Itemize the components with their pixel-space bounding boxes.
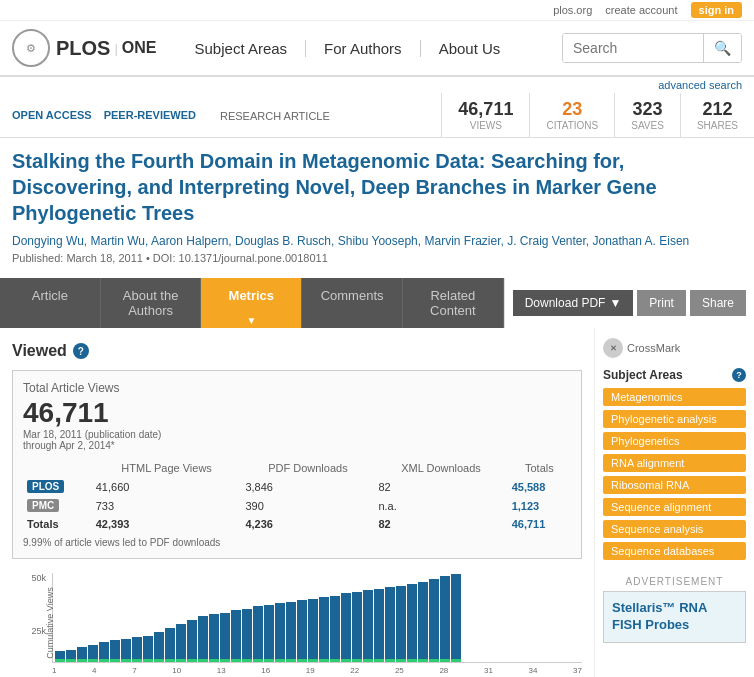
download-pdf-label: Download PDF: [525, 296, 606, 310]
logo-divider: |: [114, 41, 117, 56]
chart-container: 50k 25k 0k Cumulative Views: [12, 573, 582, 677]
chart-bar-group: [451, 574, 461, 662]
bar-main: [209, 614, 219, 659]
bar-main: [143, 636, 153, 659]
logo-circle: ⚙: [12, 29, 50, 67]
stats-table-box: Total Article Views 46,711 Mar 18, 2011 …: [12, 370, 582, 559]
bar-main: [330, 596, 340, 659]
tab-related-content[interactable]: Related Content: [403, 278, 504, 328]
y-label-50k: 50k: [31, 573, 46, 583]
table-footer-note: 9.99% of article views led to PDF downlo…: [23, 537, 571, 548]
nav-for-authors[interactable]: For Authors: [306, 40, 421, 57]
bar-main: [77, 647, 87, 659]
tab-metrics[interactable]: Metrics: [201, 278, 302, 328]
nav-about-us[interactable]: About Us: [421, 40, 519, 57]
subject-tag[interactable]: Ribosomal RNA: [603, 476, 746, 494]
subject-tag[interactable]: Phylogenetics: [603, 432, 746, 450]
y-axis-title: Cumulative Views: [45, 587, 55, 658]
subject-tag[interactable]: Sequence analysis: [603, 520, 746, 538]
bar-green: [440, 659, 450, 662]
subject-tag[interactable]: Sequence databases: [603, 542, 746, 560]
logo-plos: PLOS: [56, 37, 110, 60]
nav-subject-areas[interactable]: Subject Areas: [177, 40, 307, 57]
bar-green: [110, 659, 120, 662]
bar-green: [396, 659, 406, 662]
bar-main: [264, 605, 274, 659]
bar-green: [231, 659, 241, 662]
share-button[interactable]: Share: [690, 290, 746, 316]
chart-bar-group: [407, 584, 417, 662]
bar-green: [275, 659, 285, 662]
article-title: Stalking the Fourth Domain in Metagenomi…: [12, 148, 742, 226]
viewed-help-icon[interactable]: ?: [73, 343, 89, 359]
chart-bar-group: [121, 639, 131, 662]
bar-main: [231, 610, 241, 659]
bar-green: [220, 659, 230, 662]
bar-main: [55, 651, 65, 659]
views-stat: 46,711 VIEWS: [441, 93, 529, 137]
table-row: PLOS 41,660 3,846 82 45,588: [23, 477, 571, 496]
bar-green: [264, 659, 274, 662]
citations-stat: 23 CITATIONS: [529, 93, 614, 137]
bar-green: [143, 659, 153, 662]
bar-green: [429, 659, 439, 662]
chart-bar-group: [55, 651, 65, 662]
bar-green: [209, 659, 219, 662]
chart-bar-group: [209, 614, 219, 662]
bar-green: [374, 659, 384, 662]
research-type: RESEARCH ARTICLE: [220, 110, 330, 122]
bar-main: [451, 574, 461, 659]
bar-main: [319, 597, 329, 659]
tab-about-authors[interactable]: About the Authors: [101, 278, 202, 328]
stats-bar: OPEN ACCESS PEER-REVIEWED RESEARCH ARTIC…: [0, 93, 754, 138]
citations-label: CITATIONS: [546, 120, 598, 131]
bar-main: [220, 613, 230, 659]
advanced-search-link[interactable]: advanced search: [658, 79, 742, 91]
subject-areas-help-icon[interactable]: ?: [732, 368, 746, 382]
search-button[interactable]: 🔍: [703, 34, 741, 62]
tab-actions: Download PDF ▼ Print Share: [504, 278, 754, 328]
x-label: 10: [172, 666, 181, 675]
tab-bar: Article About the Authors Metrics Commen…: [0, 278, 504, 328]
views-label: VIEWS: [470, 120, 502, 131]
tab-comments[interactable]: Comments: [302, 278, 403, 328]
chart-bar-group: [132, 637, 142, 662]
source-badge: PMC: [27, 499, 59, 512]
bar-green: [198, 659, 208, 662]
crossmark-label: CrossMark: [627, 342, 680, 354]
create-account-link[interactable]: create account: [605, 4, 677, 16]
sign-in-link[interactable]: sign in: [691, 2, 742, 18]
bar-main: [187, 620, 197, 659]
bar-green: [363, 659, 373, 662]
tab-article[interactable]: Article: [0, 278, 101, 328]
subject-tag[interactable]: Sequence alignment: [603, 498, 746, 516]
subject-tag[interactable]: Phylogenetic analysis: [603, 410, 746, 428]
plos-link[interactable]: plos.org: [553, 4, 592, 16]
logo-one: ONE: [122, 39, 157, 57]
sidebar: ✕ CrossMark Subject Areas ? Metagenomics…: [594, 328, 754, 677]
chart-bar-group: [198, 616, 208, 662]
total-cell: 45,588: [508, 477, 571, 496]
chart-bar-group: [440, 576, 450, 662]
download-arrow-icon: ▼: [609, 296, 621, 310]
bar-main: [165, 628, 175, 659]
subject-tag[interactable]: RNA alignment: [603, 454, 746, 472]
x-label: 13: [217, 666, 226, 675]
main-nav: Subject Areas For Authors About Us: [177, 40, 519, 57]
search-input[interactable]: [563, 34, 703, 62]
bar-green: [66, 659, 76, 662]
published-date: Published: March 18, 2011: [12, 252, 143, 264]
logo-gear-icon: ⚙: [26, 42, 36, 55]
subject-tag[interactable]: Metagenomics: [603, 388, 746, 406]
bar-main: [363, 590, 373, 659]
x-label: 4: [92, 666, 96, 675]
saves-stat: 323 SAVES: [614, 93, 680, 137]
print-button[interactable]: Print: [637, 290, 686, 316]
download-pdf-button[interactable]: Download PDF ▼: [513, 290, 634, 316]
chart-bar-group: [275, 603, 285, 662]
views-number: 46,711: [458, 99, 513, 120]
source-badge: PLOS: [27, 480, 64, 493]
chart-bar-group: [154, 632, 164, 662]
x-label: 31: [484, 666, 493, 675]
open-access-badge: OPEN ACCESS: [12, 109, 92, 121]
